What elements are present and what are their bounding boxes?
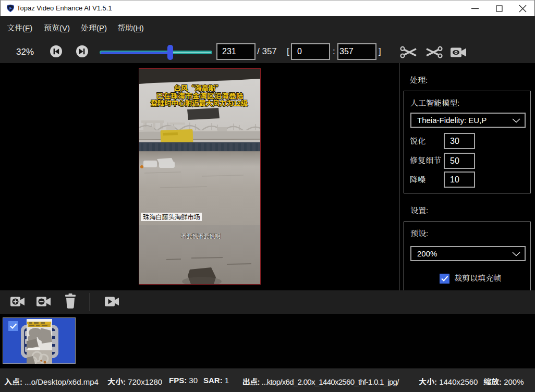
svg-text:登陆时中心附近最大风力为12级: 登陆时中心附近最大风力为12级 bbox=[151, 97, 248, 108]
svg-text:珠海白藤头海鲜市场: 珠海白藤头海鲜市场 bbox=[143, 212, 200, 222]
svg-text:不要慌不要慌啊: 不要慌不要慌啊 bbox=[181, 231, 221, 240]
